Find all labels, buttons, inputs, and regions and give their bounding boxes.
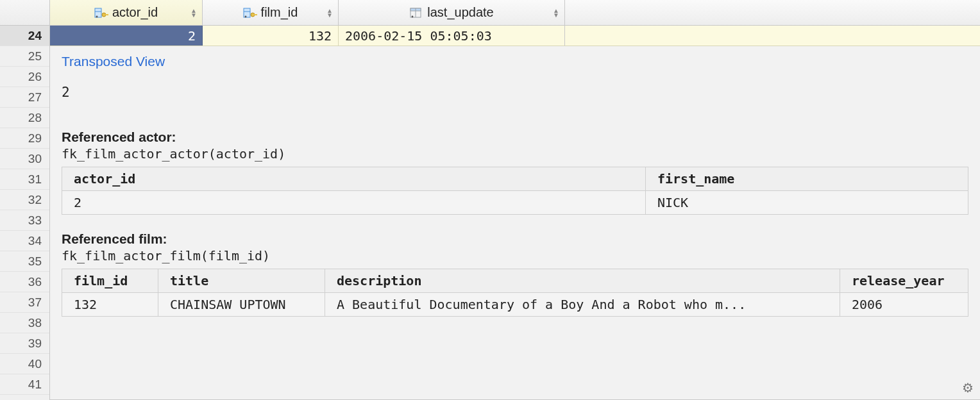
transposed-view-link[interactable]: Transposed View — [62, 54, 165, 69]
gutter-row[interactable]: 25 — [0, 46, 49, 67]
cell[interactable]: 132 — [62, 293, 158, 317]
table-row[interactable]: 132 CHAINSAW UPTOWN A Beautiful Document… — [62, 293, 968, 317]
svg-rect-5 — [244, 8, 250, 17]
svg-rect-8 — [254, 14, 257, 15]
column-header-actor-id[interactable]: actor_id ▲▼ — [50, 0, 203, 25]
gutter-row[interactable]: 38 — [0, 313, 49, 333]
svg-point-13 — [412, 15, 414, 17]
cell-actor-id[interactable]: 2 — [50, 26, 203, 46]
key-column-icon — [243, 6, 257, 19]
gutter-row[interactable]: 33 — [0, 210, 49, 231]
col-release-year[interactable]: release_year — [840, 269, 968, 293]
gutter-row[interactable]: 26 — [0, 67, 49, 87]
ref-film-table: film_id title description release_year 1… — [62, 269, 968, 317]
gutter-row[interactable]: 30 — [0, 149, 49, 169]
svg-point-9 — [244, 15, 246, 17]
ref-actor-title: Referenced actor: — [62, 129, 968, 145]
table-header-row: actor_id first_name — [62, 167, 968, 191]
cell[interactable]: 2006 — [840, 293, 968, 317]
svg-rect-0 — [95, 8, 101, 17]
selected-value: 2 — [62, 85, 968, 100]
table-row[interactable]: 2 NICK — [62, 191, 968, 215]
column-label: actor_id — [112, 5, 158, 20]
cell[interactable]: 2 — [62, 191, 646, 215]
ref-film-title: Referenced film: — [62, 231, 968, 247]
cell[interactable]: A Beautiful Documentary of a Boy And a R… — [325, 293, 840, 317]
col-description[interactable]: description — [325, 269, 840, 293]
column-header-last-update[interactable]: last_update ▲▼ — [339, 0, 565, 25]
column-label: last_update — [427, 5, 493, 20]
svg-point-4 — [96, 15, 98, 17]
main-area: 242526272829303132333435363738394041 2 1… — [0, 26, 980, 400]
content-area: 2 132 2006-02-15 05:05:03 Transposed Vie… — [50, 26, 980, 400]
cell-film-id[interactable]: 132 — [203, 26, 339, 46]
table-column-icon — [409, 6, 423, 19]
gutter-row[interactable]: 24 — [0, 26, 49, 46]
gutter-row[interactable]: 41 — [0, 374, 49, 395]
sort-toggle-icon[interactable]: ▲▼ — [326, 8, 333, 17]
ref-actor-fk: fk_film_actor_actor(actor_id) — [62, 146, 968, 162]
gutter-row[interactable]: 29 — [0, 128, 49, 149]
gutter-row[interactable]: 39 — [0, 333, 49, 354]
ref-film-fk: fk_film_actor_film(film_id) — [62, 248, 968, 263]
referenced-actor-block: Referenced actor: fk_film_actor_actor(ac… — [62, 129, 968, 215]
sort-toggle-icon[interactable]: ▲▼ — [553, 8, 559, 17]
gutter-row[interactable]: 36 — [0, 272, 49, 292]
col-first-name[interactable]: first_name — [646, 167, 968, 191]
column-label: film_id — [261, 5, 298, 20]
svg-rect-3 — [105, 14, 108, 15]
gear-icon[interactable]: ⚙ — [962, 380, 974, 396]
col-actor-id[interactable]: actor_id — [62, 167, 646, 191]
gutter-row[interactable]: 31 — [0, 169, 49, 190]
gutter-row[interactable]: 27 — [0, 87, 49, 108]
gutter-row[interactable]: 37 — [0, 292, 49, 313]
column-header-film-id[interactable]: film_id ▲▼ — [203, 0, 339, 25]
grid-header: actor_id ▲▼ film_id ▲▼ last_update ▲▼ — [0, 0, 980, 26]
cell[interactable]: NICK — [646, 191, 968, 215]
table-row[interactable]: 2 132 2006-02-15 05:05:03 — [50, 26, 980, 46]
referenced-film-block: Referenced film: fk_film_actor_film(film… — [62, 231, 968, 317]
sort-toggle-icon[interactable]: ▲▼ — [190, 8, 197, 17]
gutter-corner — [0, 0, 50, 25]
ref-actor-table: actor_id first_name 2 NICK — [62, 167, 968, 215]
gutter-row[interactable]: 40 — [0, 354, 49, 374]
row-gutter: 242526272829303132333435363738394041 — [0, 26, 50, 400]
gutter-row[interactable]: 28 — [0, 108, 49, 128]
gutter-row[interactable]: 34 — [0, 231, 49, 251]
col-title[interactable]: title — [158, 269, 325, 293]
cell-last-update[interactable]: 2006-02-15 05:05:03 — [339, 26, 565, 46]
table-header-row: film_id title description release_year — [62, 269, 968, 293]
gutter-row[interactable]: 32 — [0, 190, 49, 210]
col-film-id[interactable]: film_id — [62, 269, 158, 293]
gutter-row[interactable]: 35 — [0, 251, 49, 272]
key-column-icon — [94, 6, 108, 19]
detail-panel: Transposed View 2 Referenced actor: fk_f… — [50, 46, 980, 345]
cell[interactable]: CHAINSAW UPTOWN — [158, 293, 325, 317]
